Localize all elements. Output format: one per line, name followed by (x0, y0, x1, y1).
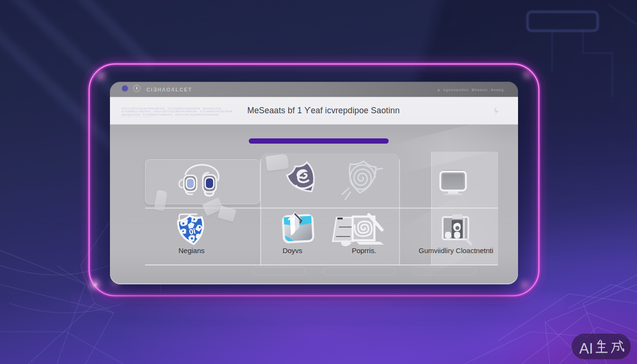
svg-text:AI: AI (579, 340, 593, 357)
